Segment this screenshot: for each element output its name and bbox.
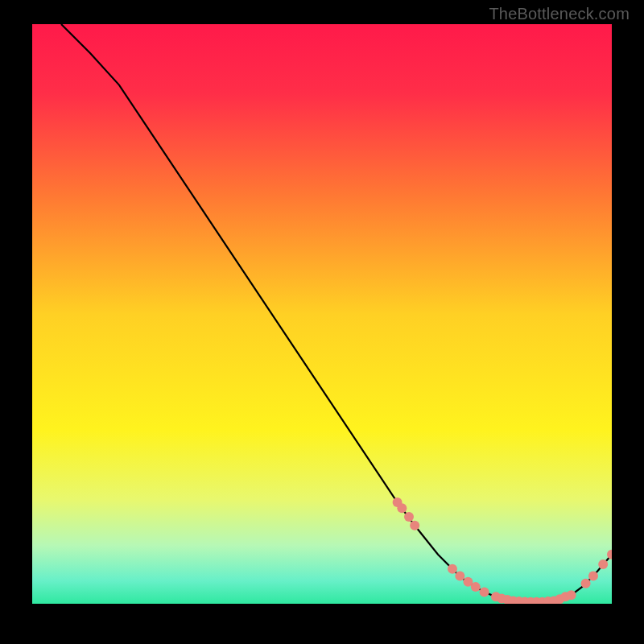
gradient-background	[32, 24, 612, 604]
watermark-text: TheBottleneck.com	[489, 5, 630, 23]
data-marker	[567, 590, 576, 600]
data-marker	[410, 521, 419, 530]
data-marker	[480, 588, 489, 597]
data-marker	[455, 571, 464, 580]
data-marker	[448, 564, 457, 574]
data-marker	[588, 571, 598, 580]
data-marker	[598, 559, 608, 569]
chart-container: TheBottleneck.com	[0, 0, 644, 644]
data-marker	[397, 503, 407, 513]
data-marker	[404, 512, 414, 522]
plot-area	[32, 24, 612, 604]
data-marker	[471, 582, 481, 592]
plot-svg	[32, 24, 612, 604]
data-marker	[581, 579, 591, 588]
